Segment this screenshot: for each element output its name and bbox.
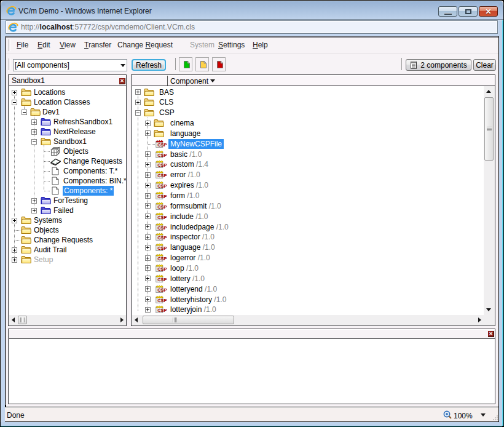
svg-text:CSP: CSP bbox=[157, 287, 167, 292]
svg-text:CSP: CSP bbox=[157, 194, 167, 199]
svg-text:CSP: CSP bbox=[157, 225, 167, 230]
svg-text:CSP: CSP bbox=[157, 162, 167, 168]
svg-text:CSP: CSP bbox=[157, 204, 167, 210]
svg-text:CSP: CSP bbox=[157, 214, 167, 220]
svg-text:CSP: CSP bbox=[157, 308, 167, 313]
svg-text:CSP: CSP bbox=[157, 277, 167, 282]
svg-text:CSP: CSP bbox=[157, 152, 167, 158]
svg-text:CSP: CSP bbox=[157, 183, 167, 189]
svg-text:CSP: CSP bbox=[157, 297, 167, 303]
svg-text:CSP: CSP bbox=[157, 235, 167, 241]
svg-text:CSP: CSP bbox=[157, 142, 167, 148]
svg-text:CSP: CSP bbox=[157, 245, 167, 251]
svg-text:CSP: CSP bbox=[157, 256, 167, 261]
svg-text:CSP: CSP bbox=[157, 173, 167, 178]
svg-text:CSP: CSP bbox=[157, 266, 167, 272]
